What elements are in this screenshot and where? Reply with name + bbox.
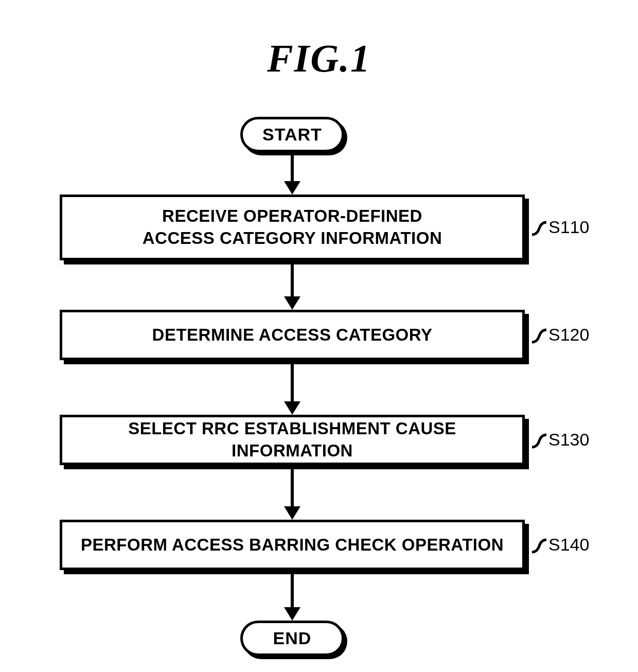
process-box-s120: DETERMINE ACCESS CATEGORY (60, 310, 525, 360)
step-id-s130: S130 (532, 430, 589, 450)
arrow-s120-to-s130 (284, 360, 300, 415)
process-text-s120: DETERMINE ACCESS CATEGORY (60, 310, 525, 360)
process-text-s140: PERFORM ACCESS BARRING CHECK OPERATION (60, 520, 525, 570)
leader-line-icon (532, 327, 546, 345)
process-box-s130: SELECT RRC ESTABLISHMENT CAUSE INFORMATI… (60, 415, 525, 465)
arrow-head-icon (284, 296, 300, 310)
arrow-head-icon (284, 181, 300, 194)
step-s110: RECEIVE OPERATOR-DEFINEDACCESS CATEGORY … (60, 194, 525, 260)
step-s140: PERFORM ACCESS BARRING CHECK OPERATION S… (60, 520, 525, 570)
leader-line-icon (532, 432, 546, 450)
arrow-start-to-s110 (284, 152, 300, 194)
step-id-s120: S120 (532, 325, 589, 345)
process-box-s140: PERFORM ACCESS BARRING CHECK OPERATION (60, 520, 525, 570)
page: FIG.1 START RECEIVE OPERATOR-DEFINEDACCE… (0, 0, 638, 672)
start-terminator: START (240, 117, 344, 152)
arrow-shaft (291, 570, 294, 607)
arrow-s110-to-s120 (284, 260, 300, 310)
process-box-s110: RECEIVE OPERATOR-DEFINEDACCESS CATEGORY … (60, 194, 525, 260)
step-s130: SELECT RRC ESTABLISHMENT CAUSE INFORMATI… (60, 415, 525, 465)
arrow-s140-to-end (284, 570, 300, 621)
step-id-s110: S110 (532, 217, 589, 238)
arrow-s130-to-s140 (284, 465, 300, 520)
end-terminator: END (240, 621, 344, 656)
step-id-text: S110 (548, 217, 589, 237)
process-text-s110: RECEIVE OPERATOR-DEFINEDACCESS CATEGORY … (60, 194, 525, 260)
arrow-head-icon (284, 401, 300, 415)
step-id-text: S140 (548, 535, 589, 554)
leader-line-icon (532, 219, 546, 238)
arrow-head-icon (284, 607, 300, 621)
arrow-head-icon (284, 506, 300, 520)
figure-title: FIG.1 (0, 36, 638, 81)
arrow-shaft (291, 465, 294, 506)
leader-line-icon (532, 537, 546, 555)
arrow-shaft (291, 260, 294, 296)
flowchart: START RECEIVE OPERATOR-DEFINEDACCESS CAT… (60, 117, 525, 656)
end-label: END (240, 621, 344, 656)
step-s120: DETERMINE ACCESS CATEGORY S120 (60, 310, 525, 360)
step-id-text: S130 (548, 430, 589, 449)
step-id-text: S120 (548, 325, 589, 344)
arrow-shaft (291, 152, 294, 181)
step-id-s140: S140 (532, 535, 589, 555)
process-text-s130: SELECT RRC ESTABLISHMENT CAUSE INFORMATI… (60, 415, 525, 465)
start-label: START (240, 117, 344, 152)
arrow-shaft (291, 360, 294, 401)
